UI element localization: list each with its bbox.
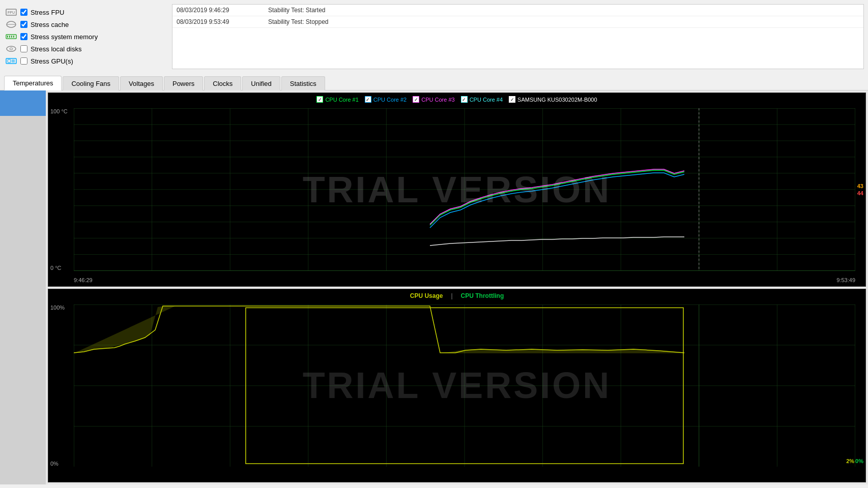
stress-gpu-checkbox[interactable] [20,57,27,65]
tabs-bar: Temperatures Cooling Fans Voltages Power… [0,75,868,90]
cpu-separator: | [451,292,452,299]
cache-icon [5,20,17,29]
log-time-1: 08/03/2019 9:46:29 [177,6,268,15]
stress-fpu-checkbox[interactable] [20,9,27,16]
svg-rect-5 [7,36,8,38]
legend-label-core4: CPU Core #4 [470,97,503,103]
stress-disks-label: Stress local disks [31,45,81,53]
legend-check-3: ✓ [413,96,419,103]
temp-grid-svg [74,108,855,271]
stress-cache-checkbox[interactable] [20,21,27,28]
stress-cache-item: Stress cache [4,18,164,30]
charts-wrapper: ✓ CPU Core #1 ✓ CPU Core #2 ✓ CPU Core #… [0,90,868,484]
stress-cache-label: Stress cache [31,21,69,28]
svg-rect-6 [9,36,10,38]
svg-point-9 [7,46,16,51]
stress-memory-item: Stress system memory [4,30,164,43]
tab-cooling-fans[interactable]: Cooling Fans [63,76,119,90]
legend-label-samsung: SAMSUNG KUS030202M-B000 [517,97,597,103]
legend-cpu-core-3: ✓ CPU Core #3 [413,96,454,103]
legend-check-1: ✓ [316,96,323,103]
svg-rect-7 [11,36,12,38]
stress-gpu-item: Stress GPU(s) [4,55,164,67]
sidebar-active-indicator [0,90,46,116]
temp-y-labels: 100 °C 0 °C [50,108,68,271]
legend-samsung: ✓ SAMSUNG KUS030202M-B000 [509,96,597,103]
cpu-grid-svg [74,304,855,467]
temp-val-43: 43 [857,183,863,189]
chart-sidebar [0,90,46,484]
fpu-icon: FPU [5,8,17,17]
log-message-2: Stability Test: Stopped [268,17,329,26]
cpu-usage-end-value: 2% [846,458,854,464]
temp-y-max: 100 °C [50,108,68,114]
stress-memory-label: Stress system memory [31,33,98,41]
svg-rect-12 [8,59,11,63]
temp-val-44: 44 [857,190,863,196]
cpu-y-min: 0% [50,461,65,467]
log-message-1: Stability Test: Started [268,6,326,15]
cpu-throttle-end-value: 0% [855,458,863,464]
temp-y-min: 0 °C [50,265,68,271]
gpu-icon [5,56,17,66]
temp-end-values: 43 44 [857,183,863,196]
tab-voltages[interactable]: Voltages [120,76,163,90]
tab-temperatures[interactable]: Temperatures [4,76,62,90]
temp-chart-legend: ✓ CPU Core #1 ✓ CPU Core #2 ✓ CPU Core #… [48,96,865,103]
tab-powers[interactable]: Powers [164,76,203,90]
temp-x-labels: 9:46:29 9:53:49 [74,277,855,283]
legend-label-core1: CPU Core #1 [325,97,358,103]
tab-clocks[interactable]: Clocks [204,76,241,90]
svg-point-10 [10,48,13,50]
stress-memory-checkbox[interactable] [20,33,27,40]
cpu-end-values: 2% 0% [846,458,863,464]
stress-gpu-label: Stress GPU(s) [31,57,73,65]
cpu-throttle-label: CPU Throttling [461,292,504,299]
tab-unified[interactable]: Unified [242,76,280,90]
legend-check-2: ✓ [365,96,371,103]
cpu-y-max: 100% [50,304,65,311]
stress-options-panel: FPU Stress FPU Stress cache Stress syste… [0,4,168,69]
legend-cpu-core-1: ✓ CPU Core #1 [316,96,358,103]
stress-disks-checkbox[interactable] [20,45,27,52]
log-time-2: 08/03/2019 9:53:49 [177,17,268,26]
stress-fpu-item: FPU Stress FPU [4,6,164,18]
legend-label-core3: CPU Core #3 [421,97,454,103]
legend-cpu-core-4: ✓ CPU Core #4 [461,96,503,103]
legend-cpu-core-2: ✓ CPU Core #2 [365,96,407,103]
log-panel: 08/03/2019 9:46:29 Stability Test: Start… [172,4,864,69]
stress-fpu-label: Stress FPU [31,9,64,16]
disk-icon [5,44,17,53]
legend-check-5: ✓ [509,96,515,103]
svg-text:FPU: FPU [8,11,15,14]
tab-statistics[interactable]: Statistics [281,76,325,90]
temp-x-end: 9:53:49 [836,277,855,283]
ram-icon [5,32,17,41]
charts-main: ✓ CPU Core #1 ✓ CPU Core #2 ✓ CPU Core #… [46,90,868,484]
cpu-usage-chart: CPU Usage | CPU Throttling 100% 0% [48,289,866,483]
cpu-chart-legend: CPU Usage | CPU Throttling [48,292,865,299]
temp-x-start: 9:46:29 [74,277,93,283]
log-entry-1: 08/03/2019 9:46:29 Stability Test: Start… [172,5,863,16]
legend-label-core2: CPU Core #2 [373,97,407,103]
cpu-usage-label: CPU Usage [410,292,443,299]
stress-disks-item: Stress local disks [4,43,164,55]
temperature-chart: ✓ CPU Core #1 ✓ CPU Core #2 ✓ CPU Core #… [48,93,866,287]
legend-check-4: ✓ [461,96,468,103]
cpu-y-labels: 100% 0% [50,304,65,467]
svg-rect-8 [13,36,14,38]
log-entry-2: 08/03/2019 9:53:49 Stability Test: Stopp… [172,16,863,28]
